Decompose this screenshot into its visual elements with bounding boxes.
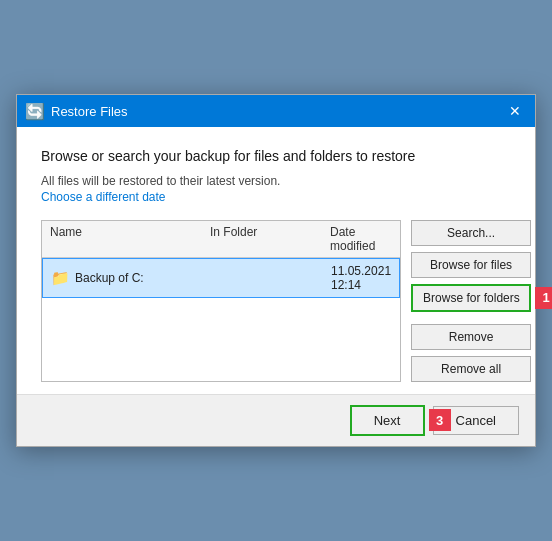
col-name: Name [50, 225, 210, 253]
folder-icon: 📁 [51, 269, 70, 287]
next-button-wrapper: Next 3 [350, 405, 425, 436]
file-name: Backup of C: [75, 271, 144, 285]
annotation-badge-3: 3 [429, 409, 451, 431]
main-area: Name In Folder Date modified 📁 Backup of… [41, 220, 511, 382]
file-list-container: Name In Folder Date modified 📁 Backup of… [41, 220, 401, 382]
browse-files-button[interactable]: Browse for files [411, 252, 531, 278]
file-list-header: Name In Folder Date modified [42, 221, 400, 258]
remove-button[interactable]: Remove [411, 324, 531, 350]
window-title: Restore Files [51, 104, 128, 119]
right-buttons: Search... Browse for files Browse for fo… [411, 220, 531, 382]
annotation-badge-1: 1 [535, 287, 552, 309]
close-button[interactable]: ✕ [503, 99, 527, 123]
main-content: Browse or search your backup for files a… [17, 127, 535, 393]
restore-files-window: 🔄 Restore Files ✕ Browse or search your … [16, 94, 536, 446]
file-list-body: 📁 Backup of C: 11.05.2021 12:14 2 [42, 258, 400, 381]
titlebar-left: 🔄 Restore Files [25, 102, 128, 121]
app-icon: 🔄 [25, 102, 45, 121]
browse-folders-wrapper: Browse for folders 1 [411, 284, 531, 312]
browse-folders-button[interactable]: Browse for folders [411, 284, 531, 312]
file-row-name: 📁 Backup of C: [51, 269, 211, 287]
file-date: 11.05.2021 12:14 [331, 264, 391, 292]
subtext: All files will be restored to their late… [41, 174, 511, 188]
page-heading: Browse or search your backup for files a… [41, 147, 511, 165]
col-in-folder: In Folder [210, 225, 330, 253]
titlebar: 🔄 Restore Files ✕ [17, 95, 535, 127]
footer: Next 3 Cancel [17, 394, 535, 446]
table-row[interactable]: 📁 Backup of C: 11.05.2021 12:14 2 [42, 258, 400, 298]
search-button[interactable]: Search... [411, 220, 531, 246]
remove-all-button[interactable]: Remove all [411, 356, 531, 382]
col-date-modified: Date modified [330, 225, 392, 253]
next-button[interactable]: Next [350, 405, 425, 436]
choose-date-link[interactable]: Choose a different date [41, 190, 511, 204]
